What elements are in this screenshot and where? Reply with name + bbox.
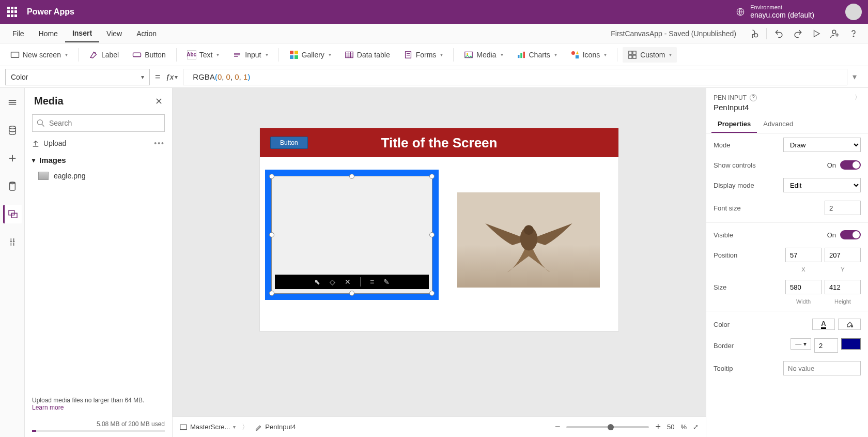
bg-color-picker[interactable]	[838, 319, 861, 330]
pen-draw-icon[interactable]: ✎	[383, 278, 390, 286]
upload-button[interactable]: Upload	[32, 139, 66, 147]
custom-button[interactable]: Custom▾	[623, 47, 677, 63]
svg-rect-13	[295, 51, 298, 54]
app-launcher-icon[interactable]	[6, 6, 19, 18]
property-name: Color	[11, 73, 28, 81]
label-button[interactable]: Label	[84, 47, 124, 63]
new-screen-button[interactable]: New screen▾	[5, 47, 73, 63]
resize-handle[interactable]	[429, 232, 435, 237]
menu-file[interactable]: File	[5, 25, 32, 42]
tab-properties[interactable]: Properties	[711, 116, 757, 133]
media-button[interactable]: Media▾	[459, 47, 508, 63]
position-y-input[interactable]	[825, 248, 861, 262]
svg-marker-3	[814, 31, 820, 37]
gallery-button[interactable]: Gallery▾	[284, 47, 336, 63]
border-color-picker[interactable]	[841, 338, 861, 350]
icons-button[interactable]: Icons▾	[565, 47, 612, 63]
visible-toggle[interactable]	[840, 230, 861, 239]
resize-handle[interactable]	[429, 291, 435, 296]
resize-handle[interactable]	[349, 174, 354, 179]
media-search-input[interactable]	[49, 119, 160, 127]
pen-erase-icon[interactable]: ◇	[330, 278, 335, 286]
formula-expand-icon[interactable]: ▾	[853, 72, 863, 82]
app-checker-icon[interactable]	[745, 24, 763, 43]
menu-view[interactable]: View	[99, 25, 129, 42]
share-icon[interactable]	[826, 24, 844, 43]
learn-more-link[interactable]: Learn more	[32, 404, 64, 411]
text-button[interactable]: AbcText▾	[182, 47, 225, 63]
datatable-button[interactable]: Data table	[339, 47, 395, 63]
display-mode-select[interactable]: Edit	[783, 178, 861, 192]
play-icon[interactable]	[807, 24, 826, 43]
breadcrumb-control[interactable]: PenInput4	[255, 423, 296, 431]
insert-ribbon: New screen▾ Label Button AbcText▾ Input▾…	[0, 43, 868, 66]
undo-icon[interactable]	[770, 24, 788, 43]
pen-toolbar[interactable]: ⬉ ◇ ✕ ≡ ✎	[275, 275, 429, 289]
border-style-select[interactable]: — ▾	[791, 338, 811, 350]
pen-clear-icon[interactable]: ✕	[345, 278, 351, 286]
resize-handle[interactable]	[349, 291, 354, 296]
fx-label[interactable]: ƒx▾	[166, 72, 178, 81]
show-controls-toggle[interactable]	[840, 160, 861, 170]
input-button[interactable]: Input▾	[227, 47, 273, 63]
resize-handle[interactable]	[269, 174, 274, 179]
zoom-out-icon[interactable]: −	[555, 421, 561, 432]
resize-handle[interactable]	[269, 291, 274, 296]
tree-view-icon[interactable]	[3, 93, 22, 112]
insert-pane-icon[interactable]	[3, 149, 22, 168]
color-label: Color	[714, 321, 730, 328]
resize-handle[interactable]	[269, 232, 274, 237]
font-size-input[interactable]	[825, 201, 861, 215]
more-icon[interactable]: •••	[154, 139, 165, 147]
zoom-slider[interactable]	[566, 426, 649, 428]
control-name[interactable]: PenInput4	[706, 103, 868, 116]
tooltip-input[interactable]	[783, 361, 861, 375]
eagle-image[interactable]	[457, 192, 600, 288]
charts-button[interactable]: Charts▾	[512, 47, 562, 63]
environment-name: enayu.com (default)	[750, 11, 814, 20]
media-rail-icon[interactable]	[3, 205, 22, 223]
media-search[interactable]	[32, 114, 165, 132]
menu-insert[interactable]: Insert	[65, 25, 99, 42]
resize-handle[interactable]	[429, 174, 435, 179]
menu-action[interactable]: Action	[129, 25, 164, 42]
canvas-button[interactable]: Button	[270, 137, 308, 149]
help-icon[interactable]	[844, 24, 863, 43]
breadcrumb-screen[interactable]: MasterScre... ▾	[180, 423, 236, 431]
chevron-right-icon[interactable]: 〉	[855, 93, 861, 102]
property-dropdown[interactable]: Color ▾	[5, 69, 150, 85]
media-file-item[interactable]: eagle.png	[25, 169, 172, 183]
forms-button[interactable]: Forms▾	[398, 47, 448, 63]
pen-select-icon[interactable]: ⬉	[314, 278, 320, 286]
redo-icon[interactable]	[788, 24, 807, 43]
environment-block[interactable]: Environment enayu.com (default)	[750, 4, 814, 20]
position-x-input[interactable]	[785, 248, 822, 262]
pos-x-sublabel: X	[785, 266, 822, 273]
app-canvas[interactable]: Button Title of the Screen ⬉ ◇ ✕ ≡ ✎	[260, 128, 618, 331]
database-icon[interactable]	[3, 177, 22, 195]
button-button[interactable]: Button	[127, 47, 171, 63]
close-icon[interactable]: ✕	[155, 96, 163, 107]
size-width-input[interactable]	[785, 280, 822, 294]
zoom-in-icon[interactable]: +	[655, 421, 661, 432]
chevron-down-icon: ▾	[233, 424, 236, 430]
fit-screen-icon[interactable]: ⤢	[693, 423, 699, 431]
border-width-input[interactable]	[814, 338, 838, 353]
mode-select[interactable]: Draw	[783, 138, 861, 152]
size-height-input[interactable]	[825, 280, 861, 294]
menu-home[interactable]: Home	[32, 25, 65, 42]
document-status: FirstCanvasApp - Saved (Unpublished)	[611, 29, 736, 38]
user-avatar[interactable]	[845, 4, 862, 20]
pos-y-sublabel: Y	[825, 266, 861, 273]
formula-input[interactable]: RGBA(0, 0, 0, 1)	[183, 69, 847, 85]
info-icon[interactable]: ?	[750, 94, 757, 101]
tools-icon[interactable]	[3, 233, 22, 251]
tab-advanced[interactable]: Advanced	[757, 116, 799, 133]
pen-input-control[interactable]: ⬉ ◇ ✕ ≡ ✎	[265, 170, 439, 300]
peninput-icon	[255, 424, 262, 431]
pen-lines-icon[interactable]: ≡	[370, 278, 374, 286]
font-color-picker[interactable]: A	[812, 319, 835, 330]
images-section-header[interactable]: ▾ Images	[25, 152, 172, 169]
datatable-icon	[345, 50, 354, 59]
data-icon[interactable]	[3, 121, 22, 140]
